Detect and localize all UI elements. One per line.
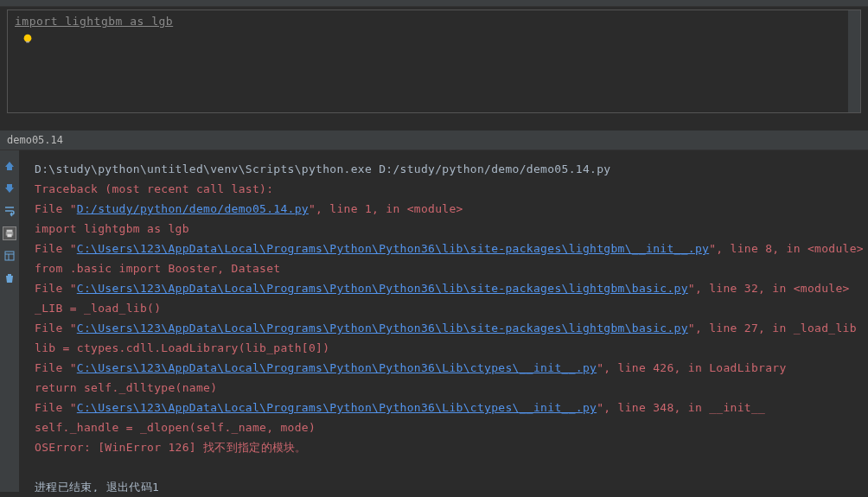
traceback-code: from .basic import Booster, Dataset [35,258,852,278]
console-output[interactable]: D:\study\python\untitled\venv\Scripts\py… [19,150,868,492]
traceback-frame: File "C:\Users\123\AppData\Local\Program… [35,358,852,378]
svg-rect-4 [7,234,11,237]
file-link[interactable]: C:\Users\123\AppData\Local\Programs\Pyth… [77,322,688,335]
traceback-code: import lightgbm as lgb [35,219,852,239]
traceback-code: _LIB = _load_lib() [35,298,852,318]
top-toolbar [0,0,868,7]
traceback-code: return self._dlltype(name) [35,378,852,398]
layout-icon[interactable] [3,249,16,263]
file-link[interactable]: C:\Users\123\AppData\Local\Programs\Pyth… [77,242,709,255]
traceback-code: self._handle = _dlopen(self._name, mode) [35,417,852,437]
file-link[interactable]: D:/study/python/demo/demo05.14.py [77,202,309,215]
code-editor[interactable]: import lightgbm as lgb [7,10,861,113]
file-link[interactable]: C:\Users\123\AppData\Local\Programs\Pyth… [77,361,597,374]
traceback-frame: File "C:\Users\123\AppData\Local\Program… [35,318,852,338]
run-tab-label[interactable]: demo05.14 [7,134,63,146]
svg-rect-5 [5,252,14,260]
error-line: OSError: [WinError 126] 找不到指定的模块。 [35,437,852,457]
traceback-code: lib = ctypes.cdll.LoadLibrary(lib_path[0… [35,338,852,358]
file-link[interactable]: C:\Users\123\AppData\Local\Programs\Pyth… [77,282,688,295]
code-line[interactable]: import lightgbm as lgb [15,15,853,28]
file-link[interactable]: C:\Users\123\AppData\Local\Programs\Pyth… [77,401,597,414]
scroll-up-icon[interactable] [3,159,16,173]
blank-line [35,457,852,477]
editor-scrollbar[interactable] [848,10,860,112]
print-icon[interactable] [3,226,16,240]
run-tab-bar: demo05.14 [0,131,868,150]
svg-rect-1 [26,41,29,43]
console-gutter [0,150,19,492]
scroll-down-icon[interactable] [3,182,16,195]
lightbulb-icon[interactable] [22,33,34,45]
trash-icon[interactable] [3,271,16,285]
wrap-icon[interactable] [3,204,16,218]
traceback-frame: File "C:\Users\123\AppData\Local\Program… [35,398,852,417]
traceback-frame: File "C:\Users\123\AppData\Local\Program… [35,239,852,258]
console-command: D:\study\python\untitled\venv\Scripts\py… [35,159,852,179]
traceback-frame: File "C:\Users\123\AppData\Local\Program… [35,278,852,298]
exit-line: 进程已结束, 退出代码1 [35,477,852,492]
svg-point-0 [24,35,32,42]
traceback-frame: File "D:/study/python/demo/demo05.14.py"… [35,199,852,219]
traceback-header: Traceback (most recent call last): [35,179,852,199]
